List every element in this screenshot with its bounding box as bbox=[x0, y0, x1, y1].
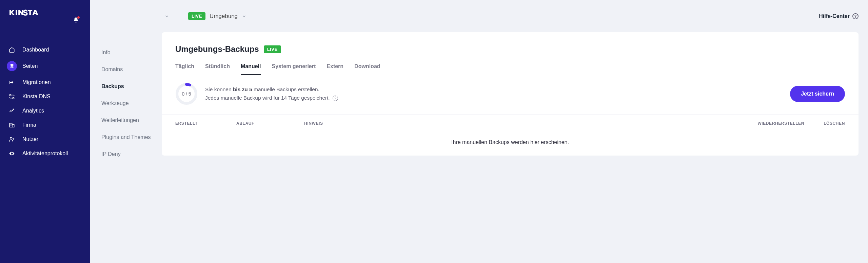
nav-dns[interactable]: Kinsta DNS bbox=[0, 89, 90, 104]
sub-backups[interactable]: Backups bbox=[90, 78, 162, 95]
help-icon[interactable]: ? bbox=[333, 96, 338, 101]
main-content: LIVE Umgebung Hilfe-Center ? Umgebungs-B… bbox=[162, 0, 868, 263]
table-header: ERSTELLT ABLAUF HINWEIS WIEDERHERSTELLEN… bbox=[162, 115, 859, 132]
home-icon bbox=[9, 47, 15, 53]
tab-download[interactable]: Download bbox=[354, 63, 380, 75]
migrate-icon bbox=[9, 79, 15, 85]
backups-card: Umgebungs-Backups LIVE Täglich Stündlich… bbox=[162, 32, 859, 156]
secondary-sidebar: Info Domains Backups Werkzeuge Weiterlei… bbox=[90, 0, 162, 263]
tab-manual[interactable]: Manuell bbox=[241, 63, 261, 75]
environment-selector[interactable]: LIVE Umgebung bbox=[188, 12, 246, 20]
svg-point-2 bbox=[13, 97, 14, 99]
sub-weiterleitungen[interactable]: Weiterleitungen bbox=[90, 112, 162, 129]
analytics-icon bbox=[9, 108, 15, 114]
users-icon bbox=[9, 136, 15, 142]
tab-system[interactable]: System generiert bbox=[272, 63, 316, 75]
backup-tabs: Täglich Stündlich Manuell System generie… bbox=[162, 54, 859, 75]
dns-icon bbox=[9, 94, 15, 100]
tab-hourly[interactable]: Stündlich bbox=[205, 63, 230, 75]
sub-ipdeny[interactable]: IP Deny bbox=[90, 146, 162, 163]
nav-label: Firma bbox=[22, 122, 36, 128]
backup-now-button[interactable]: Jetzt sichern bbox=[790, 86, 845, 102]
svg-point-1 bbox=[9, 94, 11, 96]
nav-label: Migrationen bbox=[22, 79, 51, 85]
nav-label: Kinsta DNS bbox=[22, 94, 51, 100]
svg-point-5 bbox=[10, 137, 12, 139]
col-restore: WIEDERHERSTELLEN bbox=[750, 121, 804, 126]
chevron-down-icon bbox=[164, 14, 169, 19]
nav-label: Dashboard bbox=[22, 47, 49, 53]
tab-extern[interactable]: Extern bbox=[327, 63, 343, 75]
nav-label: Analytics bbox=[22, 108, 44, 114]
layers-icon bbox=[7, 61, 17, 71]
notification-dot bbox=[77, 16, 80, 19]
company-icon bbox=[9, 122, 15, 128]
col-delete: LÖSCHEN bbox=[804, 121, 845, 126]
nav-dashboard[interactable]: Dashboard bbox=[0, 43, 90, 57]
chevron-down-icon bbox=[242, 14, 246, 19]
brand-logo[interactable] bbox=[9, 7, 42, 17]
sub-info[interactable]: Info bbox=[90, 44, 162, 61]
backup-quota-ring: 0 / 5 bbox=[175, 83, 198, 105]
nav-label: Aktivitätenprotokoll bbox=[22, 150, 68, 157]
col-note: HINWEIS bbox=[304, 121, 750, 126]
sub-werkzeuge[interactable]: Werkzeuge bbox=[90, 95, 162, 112]
help-label: Hilfe-Center bbox=[819, 13, 850, 19]
col-created: ERSTELLT bbox=[175, 121, 236, 126]
tab-daily[interactable]: Täglich bbox=[175, 63, 194, 75]
nav-label: Seiten bbox=[22, 63, 38, 69]
svg-point-6 bbox=[12, 153, 13, 154]
nav-seiten[interactable]: Seiten bbox=[0, 57, 90, 75]
nav-label: Nutzer bbox=[22, 136, 38, 142]
primary-sidebar: Dashboard Seiten Migrationen Kinsta DNS … bbox=[0, 0, 90, 263]
quota-text: 0 / 5 bbox=[175, 83, 198, 105]
topbar: LIVE Umgebung Hilfe-Center ? bbox=[162, 0, 859, 32]
nav-migrationen[interactable]: Migrationen bbox=[0, 75, 90, 89]
nav-activity[interactable]: Aktivitätenprotokoll bbox=[0, 146, 90, 161]
nav-nutzer[interactable]: Nutzer bbox=[0, 132, 90, 146]
environment-label: Umgebung bbox=[210, 13, 238, 20]
eye-icon bbox=[9, 150, 15, 157]
backup-info-text: Sie können bis zu 5 manuelle Backups ers… bbox=[205, 85, 338, 102]
col-expiry: ABLAUF bbox=[236, 121, 304, 126]
site-selector[interactable] bbox=[164, 14, 169, 19]
empty-state: Ihre manuellen Backups werden hier ersch… bbox=[162, 132, 859, 156]
svg-rect-0 bbox=[16, 10, 17, 15]
help-center-link[interactable]: Hilfe-Center ? bbox=[819, 13, 859, 19]
live-badge: LIVE bbox=[264, 45, 281, 53]
sub-plugins[interactable]: Plugins and Themes bbox=[90, 129, 162, 146]
nav-firma[interactable]: Firma bbox=[0, 118, 90, 132]
sub-domains[interactable]: Domains bbox=[90, 61, 162, 78]
notifications-button[interactable] bbox=[73, 17, 79, 23]
nav-analytics[interactable]: Analytics bbox=[0, 104, 90, 118]
live-badge: LIVE bbox=[188, 12, 205, 20]
svg-rect-3 bbox=[9, 123, 12, 127]
card-title: Umgebungs-Backups bbox=[175, 44, 259, 54]
help-icon: ? bbox=[852, 13, 859, 19]
